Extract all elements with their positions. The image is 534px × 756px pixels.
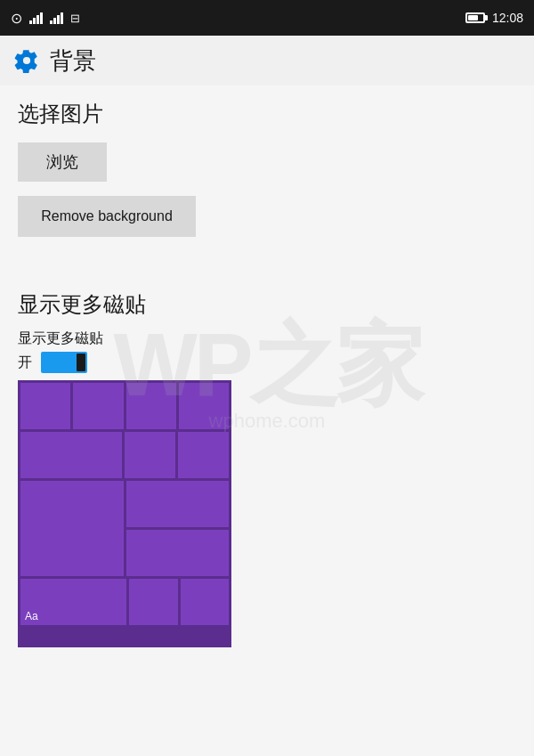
toggle-label-row: 显示更多磁贴 (18, 329, 516, 348)
tile-4 (179, 383, 229, 429)
tile-wide-1 (20, 432, 122, 478)
tile-6 (178, 432, 229, 478)
time-display: 12:08 (492, 11, 523, 25)
signal-icon (50, 12, 63, 24)
status-right: 12:08 (465, 11, 523, 25)
tile-row-3 (20, 481, 229, 576)
toggle-switch[interactable] (41, 352, 87, 373)
usb-icon: ⊟ (70, 12, 80, 25)
tile-aa-label: Aa (25, 610, 38, 622)
tile-3 (126, 383, 176, 429)
wifi-icon (29, 12, 43, 24)
tile-9 (129, 579, 178, 625)
browse-button[interactable]: 浏览 (18, 142, 107, 182)
battery-icon (465, 12, 485, 23)
gear-icon (14, 48, 39, 73)
app-icon: ⊙ (11, 10, 22, 27)
toggle-state-text: 开 (18, 354, 32, 372)
more-tiles-section: 显示更多磁贴 显示更多磁贴 开 (18, 290, 516, 647)
toggle-row: 开 (18, 352, 516, 373)
toggle-thumb (77, 354, 85, 371)
tile-7 (126, 481, 230, 527)
remove-bg-wrapper: Remove background (18, 196, 516, 264)
tile-preview: Aa (18, 380, 231, 647)
tile-row-4: Aa (20, 579, 229, 625)
tile-large-1 (20, 481, 124, 576)
tile-aa: Aa (20, 579, 126, 625)
more-tiles-title: 显示更多磁贴 (18, 290, 516, 319)
tile-row-1 (20, 383, 229, 429)
status-icons: ⊙ ⊟ (11, 10, 80, 27)
select-image-section: 选择图片 浏览 (18, 100, 516, 196)
remove-background-button[interactable]: Remove background (18, 196, 196, 237)
tile-1 (20, 383, 70, 429)
toggle-label-text: 显示更多磁贴 (18, 330, 103, 345)
status-bar: ⊙ ⊟ 12:08 (0, 0, 534, 36)
main-content: 选择图片 浏览 Remove background 显示更多磁贴 显示更多磁贴 … (0, 85, 534, 756)
tile-5 (125, 432, 175, 478)
select-image-title: 选择图片 (18, 100, 516, 128)
tile-8 (126, 530, 230, 576)
page-title: 背景 (50, 45, 96, 77)
tile-2 (73, 383, 123, 429)
tile-row-2 (20, 432, 229, 478)
tile-stack-1 (126, 481, 230, 576)
tile-10 (181, 579, 230, 625)
title-bar: 背景 (0, 36, 534, 85)
